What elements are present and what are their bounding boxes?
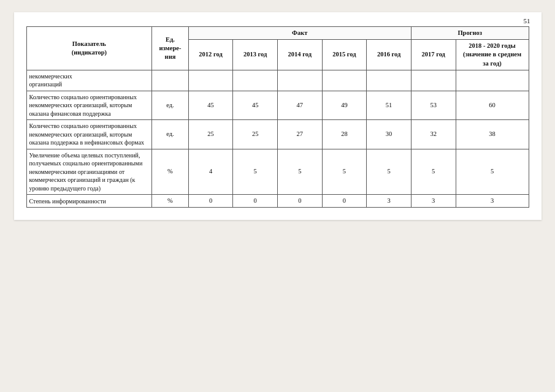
header-forecast-years: 2018 - 2020 годы(значение в среднемза го… [456, 40, 529, 70]
cell-unit: ед. [152, 91, 188, 120]
main-table: Показатель(индикатор) Ед.измере-ния Факт… [26, 26, 529, 208]
cell-y2015: 49 [322, 91, 367, 120]
table-row: Увеличение объема целевых поступлений, п… [26, 149, 529, 195]
header-2014: 2014 год [277, 40, 322, 70]
header-2012: 2012 год [188, 40, 233, 70]
cell-y2015: 0 [322, 195, 367, 208]
header-2013: 2013 год [233, 40, 278, 70]
page-number: 51 [524, 17, 530, 24]
cell-y2016: 51 [367, 91, 411, 120]
cell-y2013: 45 [233, 91, 278, 120]
cell-unit: % [152, 149, 188, 195]
cell-indicator: некоммерческих организаций [26, 70, 152, 91]
cell-y2015 [322, 70, 367, 91]
header-fact: Факт [188, 27, 411, 40]
cell-unit: ед. [152, 120, 188, 149]
cell-y2014 [277, 70, 322, 91]
cell-y2017: 53 [411, 91, 456, 120]
header-2016: 2016 год [367, 40, 411, 70]
header-forecast: Прогноз [411, 27, 529, 40]
cell-indicator: Степень информированности [26, 195, 152, 208]
header-2017: 2017 год [411, 40, 456, 70]
cell-y2013 [233, 70, 278, 91]
cell-indicator: Количество социально ориентированных нек… [26, 120, 152, 149]
cell-indicator: Увеличение объема целевых поступлений, п… [26, 149, 152, 195]
table-row: Количество социально ориентированных нек… [26, 91, 529, 120]
table-row: некоммерческих организаций [26, 70, 529, 91]
cell-y2017: 5 [411, 149, 456, 195]
cell-forecast [456, 70, 529, 91]
cell-y2013: 5 [233, 149, 278, 195]
cell-y2016: 5 [367, 149, 411, 195]
table-row: Количество социально ориентированных нек… [26, 120, 529, 149]
cell-y2012: 0 [188, 195, 233, 208]
cell-y2014: 0 [277, 195, 322, 208]
cell-y2016: 30 [367, 120, 411, 149]
cell-y2017: 3 [411, 195, 456, 208]
cell-y2015: 5 [322, 149, 367, 195]
cell-y2012: 25 [188, 120, 233, 149]
cell-y2014: 5 [277, 149, 322, 195]
page-container: 51 Показатель(индикатор) Ед.измере-ния Ф… [14, 12, 542, 220]
cell-forecast: 5 [456, 149, 529, 195]
cell-y2017: 32 [411, 120, 456, 149]
header-indicator: Показатель(индикатор) [26, 27, 152, 70]
cell-unit [152, 70, 188, 91]
header-unit: Ед.измере-ния [152, 27, 188, 70]
cell-y2013: 0 [233, 195, 278, 208]
cell-forecast: 3 [456, 195, 529, 208]
header-2015: 2015 год [322, 40, 367, 70]
cell-y2015: 28 [322, 120, 367, 149]
cell-y2014: 27 [277, 120, 322, 149]
cell-y2017 [411, 70, 456, 91]
cell-y2013: 25 [233, 120, 278, 149]
cell-y2016: 3 [367, 195, 411, 208]
cell-forecast: 38 [456, 120, 529, 149]
cell-y2012: 45 [188, 91, 233, 120]
table-row: Степень информированности%0000333 [26, 195, 529, 208]
cell-y2014: 47 [277, 91, 322, 120]
cell-indicator: Количество социально ориентированных нек… [26, 91, 152, 120]
cell-y2012: 4 [188, 149, 233, 195]
cell-unit: % [152, 195, 188, 208]
cell-y2016 [367, 70, 411, 91]
cell-y2012 [188, 70, 233, 91]
cell-forecast: 60 [456, 91, 529, 120]
